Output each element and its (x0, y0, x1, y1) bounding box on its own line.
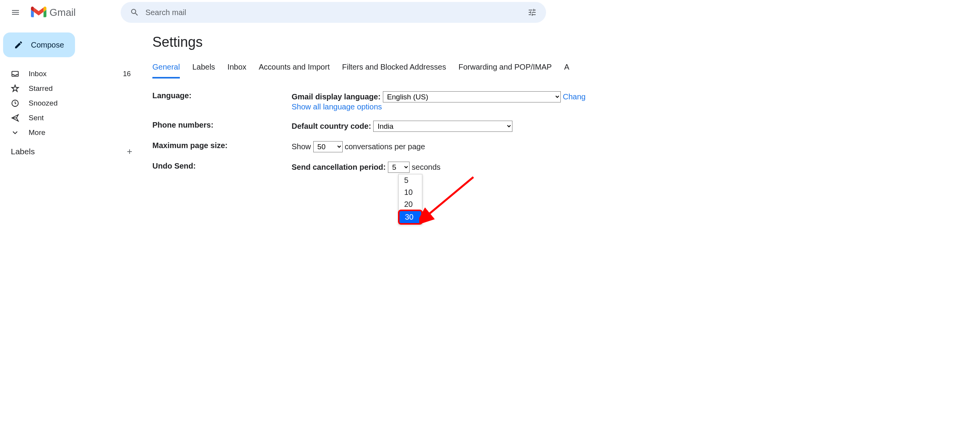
page-title: Settings (152, 34, 980, 50)
undo-send-dropdown-panel: 5 10 20 30 (398, 174, 422, 224)
send-icon (11, 114, 19, 122)
tab-forwarding[interactable]: Forwarding and POP/IMAP (459, 60, 552, 78)
settings-tabs: General Labels Inbox Accounts and Import… (152, 60, 980, 79)
sidebar-item-starred[interactable]: Starred (0, 81, 137, 96)
chevron-down-icon (11, 128, 19, 137)
pencil-icon (14, 40, 23, 49)
change-language-link[interactable]: Chang (563, 92, 586, 101)
undo-suffix: seconds (412, 163, 441, 171)
tab-cutoff[interactable]: A (564, 60, 569, 78)
setting-language-row: Language: Gmail display language: Englis… (152, 87, 980, 116)
tab-general[interactable]: General (152, 60, 180, 78)
tab-labels[interactable]: Labels (192, 60, 215, 78)
language-select[interactable]: English (US) (383, 91, 561, 102)
pagesize-select[interactable]: 50 (313, 141, 343, 152)
hamburger-icon (11, 8, 20, 17)
pagesize-label: Maximum page size: (152, 141, 292, 152)
sidebar-item-snoozed[interactable]: Snoozed (0, 96, 137, 111)
labels-title: Labels (11, 147, 35, 156)
tab-inbox[interactable]: Inbox (227, 60, 246, 78)
inbox-count: 16 (123, 70, 131, 78)
undo-option-5[interactable]: 5 (399, 174, 422, 186)
sidebar-item-label: More (29, 128, 45, 137)
svg-line-3 (427, 177, 473, 216)
compose-label: Compose (31, 41, 64, 49)
undo-option-20[interactable]: 20 (399, 198, 422, 210)
tab-filters[interactable]: Filters and Blocked Addresses (342, 60, 446, 78)
labels-section-header: Labels + (0, 140, 143, 160)
undo-label: Undo Send: (152, 162, 292, 173)
sidebar-item-label: Snoozed (29, 99, 58, 107)
gmail-logo-icon (31, 6, 46, 19)
search-input[interactable] (142, 8, 524, 17)
sidebar-item-label: Sent (29, 114, 44, 122)
language-label: Language: (152, 91, 292, 111)
tab-accounts[interactable]: Accounts and Import (259, 60, 330, 78)
undo-option-30[interactable]: 30 (398, 210, 423, 225)
sidebar-item-inbox[interactable]: Inbox 16 (0, 67, 137, 81)
tune-icon (528, 8, 537, 17)
search-bar[interactable] (121, 2, 546, 23)
sidebar-item-sent[interactable]: Sent (0, 111, 137, 125)
country-code-select[interactable]: India (373, 121, 512, 132)
show-all-languages-link[interactable]: Show all language options (292, 102, 382, 111)
undo-option-10[interactable]: 10 (399, 186, 422, 198)
sidebar-item-more[interactable]: More (0, 125, 137, 140)
inbox-icon (11, 70, 19, 78)
pagesize-suffix: conversations per page (345, 142, 425, 151)
search-icon[interactable] (127, 8, 142, 17)
add-label-button[interactable]: + (127, 146, 132, 157)
compose-button[interactable]: Compose (3, 32, 75, 57)
show-prefix: Show (292, 142, 311, 151)
display-language-label: Gmail display language: (292, 92, 381, 101)
cancellation-period-label: Send cancellation period: (292, 163, 386, 171)
clock-icon (11, 99, 19, 107)
sidebar-item-label: Starred (29, 84, 53, 93)
setting-phone-row: Phone numbers: Default country code: Ind… (152, 116, 980, 136)
sidebar-item-label: Inbox (29, 70, 46, 78)
search-options-button[interactable] (524, 8, 540, 17)
country-code-label: Default country code: (292, 122, 371, 130)
setting-pagesize-row: Maximum page size: Show 50 conversations… (152, 136, 980, 157)
annotation-arrow-icon (419, 173, 481, 227)
star-icon (11, 84, 19, 93)
gmail-wordmark: Gmail (50, 7, 76, 19)
main-area: Compose Inbox 16 Starred Snoozed Sent Mo… (0, 25, 980, 423)
setting-undo-row: Undo Send: Send cancellation period: 5 s… (152, 157, 980, 177)
sidebar: Compose Inbox 16 Starred Snoozed Sent Mo… (0, 25, 143, 423)
undo-send-select[interactable]: 5 (388, 162, 410, 173)
phone-label: Phone numbers: (152, 121, 292, 132)
app-header: Gmail (0, 0, 980, 25)
gmail-logo-area[interactable]: Gmail (31, 6, 76, 19)
main-menu-button[interactable] (6, 3, 25, 22)
settings-content: Settings General Labels Inbox Accounts a… (143, 25, 980, 423)
